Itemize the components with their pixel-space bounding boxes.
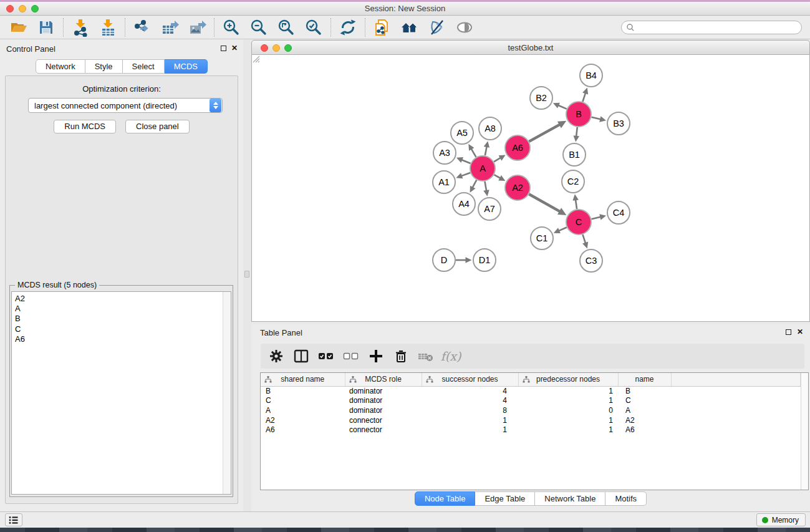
table-row-a[interactable]: Adominator80A [261,406,801,416]
table-row-c[interactable]: Cdominator41C [261,396,801,406]
delete-table-icon[interactable] [418,348,434,364]
refresh-view-icon[interactable] [339,18,357,37]
show-columns-icon[interactable] [293,348,309,364]
tab-mcds[interactable]: MCDS [165,59,208,74]
tab-edge-table[interactable]: Edge Table [475,491,535,506]
save-session-icon[interactable] [37,18,55,37]
cell-name[interactable]: A2 [618,416,671,426]
graph-edge-A2-C[interactable] [529,194,560,211]
result-list-scrollbar[interactable] [223,292,231,494]
graph-edge-B-B3[interactable] [591,117,600,119]
table-row-a2[interactable]: A2connector11A2 [261,416,801,426]
select-all-icon[interactable] [318,348,334,364]
graph-edge-A-A3[interactable] [461,160,470,163]
column-header-shared-name[interactable]: shared name [261,373,345,386]
table-row-b[interactable]: Bdominator41B [261,386,801,396]
graph-edge-B-B2[interactable] [558,105,567,109]
cell-mcds-role[interactable]: dominator [345,406,422,416]
cell-shared-name[interactable]: A [261,406,345,416]
cell-successor-nodes[interactable]: 8 [422,406,518,416]
cell-shared-name[interactable]: B [261,386,345,396]
result-item-b[interactable]: B [12,314,231,324]
result-item-a2[interactable]: A2 [12,294,231,304]
graph-edge-C-C2[interactable] [576,200,577,209]
column-header-name[interactable]: name [618,373,671,386]
cell-mcds-role[interactable]: dominator [345,386,422,396]
cell-name[interactable]: A [618,406,671,416]
graph-edge-A-A4[interactable] [473,180,476,188]
network-from-selection-icon[interactable] [373,18,392,37]
result-item-c[interactable]: C [12,324,231,334]
cell-successor-nodes[interactable]: 4 [422,396,518,406]
graph-edge-A-A6[interactable] [494,158,501,162]
zoom-out-icon[interactable] [249,18,268,37]
tab-network[interactable]: Network [36,59,85,74]
task-history-button[interactable] [5,513,22,526]
cell-name[interactable]: B [618,386,671,396]
deselect-all-icon[interactable] [343,348,359,364]
import-table-icon[interactable] [99,18,117,37]
cell-predecessor-nodes[interactable]: 1 [518,386,618,396]
cell-mcds-role[interactable]: dominator [345,396,422,406]
run-mcds-button[interactable]: Run MCDS [54,120,116,133]
zoom-fit-icon[interactable] [277,18,296,37]
graph-edge-A-A2[interactable] [494,175,500,178]
graph-edge-B-B4[interactable] [582,93,585,102]
optimization-select[interactable]: largest connected component (directed) [28,98,223,113]
cell-shared-name[interactable]: A2 [261,416,345,426]
zoom-in-icon[interactable] [222,18,241,37]
add-row-icon[interactable] [368,348,384,364]
graph-edge-A-A5[interactable] [471,149,476,157]
import-network-icon[interactable] [71,18,90,37]
delete-rows-icon[interactable] [393,348,409,364]
column-header-successor-nodes[interactable]: successor nodes [422,373,518,386]
cell-predecessor-nodes[interactable]: 1 [518,396,618,406]
cell-mcds-role[interactable]: connector [345,416,422,426]
tab-node-table[interactable]: Node Table [415,491,476,506]
mcds-result-list[interactable]: A2ABCA6 [11,291,231,495]
graph-edge-C-C4[interactable] [591,217,600,219]
close-table-panel-icon[interactable]: ✕ [797,327,803,336]
node-table[interactable]: shared nameMCDS rolesuccessor nodesprede… [260,372,809,490]
cell-successor-nodes[interactable]: 4 [422,386,518,396]
cell-shared-name[interactable]: A6 [261,425,345,435]
graph-edge-A-A7[interactable] [485,181,487,191]
tab-select[interactable]: Select [123,59,165,74]
export-table-icon[interactable] [160,18,179,37]
column-header-predecessor-nodes[interactable]: predecessor nodes [518,373,618,386]
memory-button[interactable]: Memory [756,513,806,526]
graph-edge-A-A8[interactable] [485,147,487,155]
graph-edge-A-A1[interactable] [461,173,470,176]
network-graph[interactable]: AA1A2A3A4A5A6A7A8BB1B2B3B4CC1C2C3C4DD1 [252,55,809,321]
resize-grip-icon[interactable] [252,55,260,63]
float-panel-icon[interactable] [221,46,226,51]
tab-motifs[interactable]: Motifs [605,491,647,506]
cell-successor-nodes[interactable]: 1 [422,425,518,435]
close-panel-button[interactable]: Close panel [125,120,190,133]
column-header-mcds-role[interactable]: MCDS role [345,373,422,386]
cell-successor-nodes[interactable]: 1 [422,416,518,426]
panel-splitter[interactable] [243,39,251,511]
table-row-a6[interactable]: A6connector11A6 [261,425,801,435]
cell-name[interactable]: A6 [618,425,671,435]
export-network-icon[interactable] [133,18,152,37]
graph-edge-B-B1[interactable] [576,127,577,137]
cell-mcds-role[interactable]: connector [345,425,422,435]
table-scrollbar[interactable] [801,373,808,490]
node-table-body[interactable]: Bdominator41BCdominator41CAdominator80AA… [261,386,801,435]
cell-predecessor-nodes[interactable]: 1 [518,425,618,435]
cell-shared-name[interactable]: C [261,396,345,406]
graphics-details-icon[interactable] [455,18,474,37]
graph-edge-C-C3[interactable] [582,235,585,243]
result-item-a6[interactable]: A6 [12,334,231,344]
network-canvas[interactable]: AA1A2A3A4A5A6A7A8BB1B2B3B4CC1C2C3C4DD1 [251,55,810,322]
result-item-a[interactable]: A [12,304,231,314]
graph-edge-A6-B[interactable] [529,125,559,142]
open-session-icon[interactable] [9,18,28,37]
hide-labels-icon[interactable] [428,18,446,37]
settings-icon[interactable] [268,348,284,364]
tab-style[interactable]: Style [85,59,123,74]
node-table-grid[interactable]: shared nameMCDS rolesuccessor nodesprede… [261,373,801,435]
search-input[interactable] [635,22,801,33]
export-image-icon[interactable] [188,18,206,37]
